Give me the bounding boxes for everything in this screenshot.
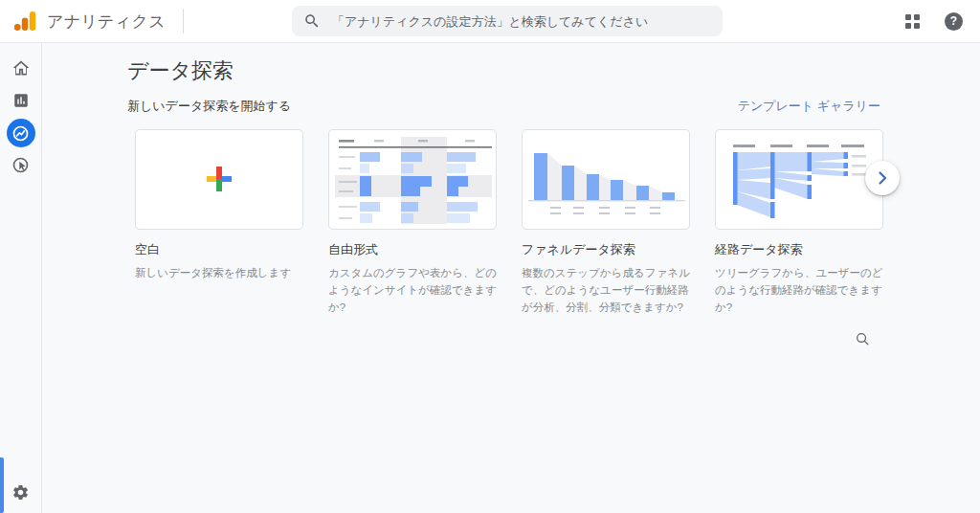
analytics-logo-icon xyxy=(13,10,36,33)
card-description: カスタムのグラフや表から、どのようなインサイトが確認できますか? xyxy=(328,265,497,316)
funnel-chart-graphic xyxy=(523,130,689,229)
card-description: 複数のステップから成るファネルで、どのようなユーザー行動経路が分析、分割、分類で… xyxy=(522,265,690,316)
advertising-icon xyxy=(11,156,31,175)
sidebar-item-reports[interactable] xyxy=(7,86,35,115)
gear-icon xyxy=(11,483,30,502)
sidebar-item-home[interactable] xyxy=(7,54,35,82)
template-gallery-link[interactable]: テンプレート ギャラリー xyxy=(738,98,880,115)
left-nav-rail xyxy=(0,42,42,513)
help-icon[interactable]: ? xyxy=(945,12,963,31)
explore-icon xyxy=(11,124,30,143)
freeform-table-graphic xyxy=(329,130,496,229)
home-icon xyxy=(11,58,31,78)
nav-scroll-indicator xyxy=(0,457,4,513)
card-title: 経路データ探索 xyxy=(715,241,883,258)
google-plus-icon xyxy=(136,130,302,229)
card-title: 空白 xyxy=(135,241,303,258)
blank-thumbnail[interactable] xyxy=(135,129,303,230)
path-sankey-graphic xyxy=(716,130,882,229)
card-title: ファネルデータ探索 xyxy=(522,241,690,258)
template-card-path[interactable]: 経路データ探索 ツリーグラフから、ユーザーのどのような行動経路が確認できますか? xyxy=(715,129,883,316)
template-cards: 空白 新しいデータ探索を作成します xyxy=(135,129,883,316)
page-title: データ探索 xyxy=(127,56,234,85)
reports-icon xyxy=(12,92,30,109)
funnel-thumbnail[interactable] xyxy=(522,129,690,230)
card-description: 新しいデータ探索を作成します xyxy=(135,265,303,282)
path-thumbnail[interactable] xyxy=(715,129,883,230)
search-input[interactable] xyxy=(330,13,711,30)
apps-grid-icon[interactable] xyxy=(905,14,920,29)
app-title: アナリティクス xyxy=(47,11,166,33)
carousel-next-button[interactable] xyxy=(865,161,900,195)
template-card-freeform[interactable]: 自由形式 カスタムのグラフや表から、どのようなインサイトが確認できますか? xyxy=(328,129,497,316)
divider xyxy=(183,9,184,33)
explorations-search-button[interactable] xyxy=(855,331,871,347)
card-title: 自由形式 xyxy=(328,241,497,258)
freeform-thumbnail[interactable] xyxy=(328,129,497,230)
search-icon xyxy=(855,331,871,347)
template-card-funnel[interactable]: ファネルデータ探索 複数のステップから成るファネルで、どのようなユーザー行動経路… xyxy=(522,129,690,316)
analytics-logo[interactable]: アナリティクス xyxy=(0,10,166,33)
card-description: ツリーグラフから、ユーザーのどのような行動経路が確認できますか? xyxy=(715,265,883,316)
sidebar-item-admin[interactable] xyxy=(11,483,30,502)
top-app-bar: アナリティクス ? xyxy=(0,0,980,43)
template-card-blank[interactable]: 空白 新しいデータ探索を作成します xyxy=(135,129,303,316)
section-title: 新しいデータ探索を開始する xyxy=(127,98,291,115)
global-search-bar[interactable] xyxy=(292,6,723,36)
chevron-right-icon xyxy=(873,168,892,188)
sidebar-item-advertising[interactable] xyxy=(7,151,35,180)
search-icon xyxy=(303,12,321,30)
main-content: データ探索 新しいデータ探索を開始する テンプレート ギャラリー 空白 新しいデ… xyxy=(42,42,980,513)
sidebar-item-explore[interactable] xyxy=(7,119,35,147)
